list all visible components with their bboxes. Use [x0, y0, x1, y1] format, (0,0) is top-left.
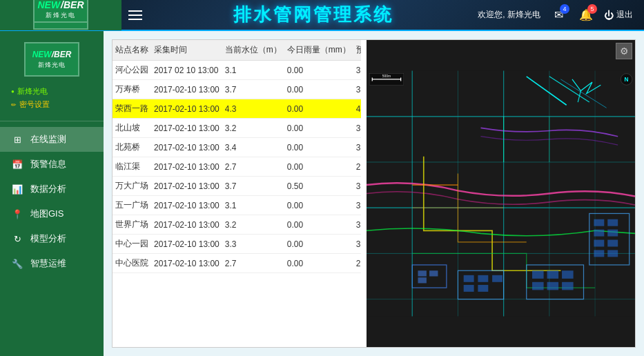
mail-icon-button[interactable]: ✉ 4: [549, 6, 568, 25]
cell-4-1: 2017-02-10 13:00: [151, 138, 222, 157]
table-row[interactable]: 万大广场2017-02-10 13:003.70.503.8: [113, 177, 361, 196]
sidebar-item-warning-info[interactable]: 📅 预警信息: [0, 152, 104, 177]
svg-rect-30: [547, 282, 559, 290]
hamburger-icon: [128, 10, 142, 20]
table-row[interactable]: 临江渠2017-02-10 13:002.70.002.7: [113, 157, 361, 177]
cell-0-1: 2017 02 10 13:00: [151, 61, 222, 80]
map-panel: ⚙: [367, 40, 635, 347]
table-row[interactable]: 五一广场2017-02-10 13:003.10.003.2: [113, 196, 361, 215]
online-monitor-icon: ⊞: [11, 133, 23, 146]
cell-0-3: 0.00: [284, 61, 353, 80]
table-header-1: 采集时间: [151, 40, 222, 61]
online-monitor-label: 在线监测: [30, 133, 66, 146]
svg-rect-16: [418, 270, 426, 276]
table-row[interactable]: 万寿桥2017-02-10 13:003.70.003.7: [113, 80, 361, 99]
model-analysis-label: 模型分析: [30, 233, 66, 245]
table-row[interactable]: 北苑桥2017-02-10 13:003.40.003.4: [113, 138, 361, 157]
map-settings-button[interactable]: ⚙: [616, 43, 632, 59]
cell-6-1: 2017-02-10 13:00: [151, 177, 222, 196]
cell-1-2: 3.7: [222, 80, 284, 99]
svg-rect-18: [418, 277, 426, 283]
mail-badge: 4: [560, 4, 569, 14]
data-analysis-label: 数据分析: [30, 183, 66, 195]
smart-ops-icon: 🔧: [11, 257, 23, 270]
station-table: 站点名称采集时间当前水位（m）今日雨量（mm）预测 河心公园2017 02 10…: [113, 40, 361, 273]
table-header-0: 站点名称: [113, 40, 151, 61]
logo-brand: NEW /BER 新烽光电: [33, 0, 88, 23]
cell-10-1: 2017-02-10 13:00: [151, 254, 222, 273]
cell-6-2: 3.7: [222, 177, 284, 196]
table-row[interactable]: 中心医院2017-02-10 13:002.70.002.8: [113, 254, 361, 273]
svg-rect-20: [464, 275, 474, 282]
cell-4-3: 0.00: [284, 138, 353, 157]
data-analysis-icon: 📊: [11, 183, 23, 195]
sidebar-logo: NEW /BER 新烽光电: [24, 42, 79, 77]
svg-rect-40: [607, 250, 618, 257]
sidebar-logo-iber: /BER: [52, 50, 72, 59]
svg-rect-24: [478, 285, 488, 292]
sidebar-item-gis-map[interactable]: 📍 地图GIS: [0, 201, 104, 226]
table-header-row: 站点名称采集时间当前水位（m）今日雨量（mm）预测: [113, 40, 361, 61]
exit-label: 退出: [616, 9, 633, 21]
svg-rect-31: [562, 282, 574, 290]
svg-rect-27: [547, 270, 559, 279]
main-layout: NEW /BER 新烽光电 新烽光电 密号设置 ⊞ 在线监测 📅 预警信息 📊 …: [0, 31, 644, 356]
cell-0-2: 3.1: [222, 61, 284, 80]
sidebar-item-online-monitor[interactable]: ⊞ 在线监测: [0, 127, 104, 152]
table-row[interactable]: 中心一园2017-02-10 13:003.30.003.3: [113, 235, 361, 254]
svg-rect-38: [607, 240, 618, 247]
map-svg: 500m N: [367, 40, 635, 347]
cell-1-1: 2017-02-10 13:00: [151, 80, 222, 99]
exit-button[interactable]: ⏻ 退出: [604, 9, 633, 21]
cell-2-4: 4.3: [353, 99, 361, 119]
app-header: NEW /BER 新烽光电 排水管网管理系统 欢迎您, 新烽光电 ✉ 4 🔔 5…: [0, 0, 644, 31]
sidebar-item-smart-ops[interactable]: 🔧 智慧运维: [0, 251, 104, 276]
cell-10-3: 0.00: [284, 254, 353, 273]
svg-rect-26: [532, 270, 544, 279]
svg-rect-36: [607, 230, 618, 237]
bell-badge: 5: [587, 4, 597, 14]
bell-icon-button[interactable]: 🔔 5: [576, 6, 596, 25]
cell-4-2: 3.4: [222, 138, 284, 157]
warning-info-icon: 📅: [11, 158, 23, 170]
user-name-link[interactable]: 新烽光电: [11, 86, 92, 97]
cell-7-0: 五一广场: [113, 196, 151, 215]
sidebar-item-model-analysis[interactable]: ↻ 模型分析: [0, 226, 104, 251]
settings-link[interactable]: 密号设置: [11, 99, 92, 110]
cell-1-4: 3.7: [353, 80, 361, 99]
table-row[interactable]: 北山坡2017-02-10 13:003.20.003.2: [113, 119, 361, 138]
cell-6-4: 3.8: [353, 177, 361, 196]
sidebar-profile: NEW /BER 新烽光电 新烽光电 密号设置: [0, 31, 104, 121]
cell-8-1: 2017-02-10 13:00: [151, 215, 222, 235]
smart-ops-label: 智慧运维: [30, 257, 66, 270]
gis-map-icon: 📍: [11, 208, 23, 220]
cell-3-1: 2017-02-10 13:00: [151, 119, 222, 138]
svg-rect-28: [562, 270, 574, 279]
table-header-3: 今日雨量（mm）: [284, 40, 353, 61]
table-row[interactable]: 世界广场2017-02-10 13:003.20.003.2: [113, 215, 361, 235]
cell-5-4: 2.7: [353, 157, 361, 177]
svg-text:N: N: [625, 77, 629, 83]
svg-rect-33: [594, 219, 604, 226]
svg-rect-34: [607, 219, 618, 226]
table-row[interactable]: 河心公园2017 02 10 13:003.10.003.1: [113, 61, 361, 80]
svg-rect-35: [594, 230, 604, 237]
cell-8-0: 世界广场: [113, 215, 151, 235]
sidebar-item-data-analysis[interactable]: 📊 数据分析: [0, 177, 104, 201]
app-title: 排水管网管理系统: [149, 3, 478, 27]
sidebar-logo-new: NEW: [32, 50, 52, 59]
sidebar-logo-cn: 新烽光电: [38, 61, 66, 70]
cell-0-0: 河心公园: [113, 61, 151, 80]
table-row[interactable]: 荣西一路2017-02-10 13:004.30.004.3: [113, 99, 361, 119]
cell-9-0: 中心一园: [113, 235, 151, 254]
cell-10-0: 中心医院: [113, 254, 151, 273]
cell-5-1: 2017-02-10 13:00: [151, 157, 222, 177]
menu-toggle-button[interactable]: [121, 0, 149, 30]
cell-6-0: 万大广场: [113, 177, 151, 196]
cell-8-4: 3.2: [353, 215, 361, 235]
svg-rect-23: [464, 285, 474, 292]
cell-2-0: 荣西一路: [113, 99, 151, 119]
cell-4-0: 北苑桥: [113, 138, 151, 157]
svg-rect-37: [594, 240, 604, 247]
cell-3-3: 0.00: [284, 119, 353, 138]
